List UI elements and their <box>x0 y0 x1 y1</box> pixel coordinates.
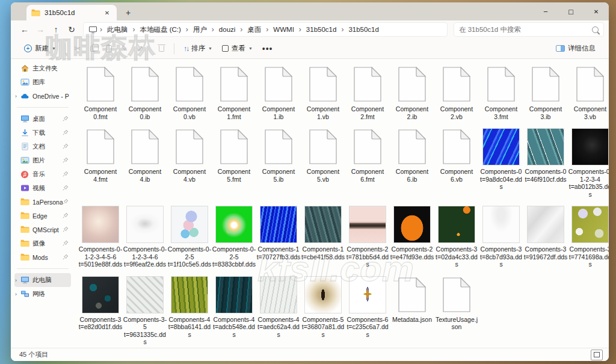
file-item[interactable]: Components-4 t=adcb548e.dds <box>212 276 256 339</box>
sidebar-item-此电脑[interactable]: ›此电脑 <box>14 273 71 287</box>
sidebar-item-音乐[interactable]: 音乐 <box>14 167 71 181</box>
file-item[interactable]: Metadata.json <box>390 276 434 324</box>
file-item[interactable]: Components-0-2-5 t=1f10c5e5.dds <box>167 205 212 268</box>
file-item[interactable]: Components-0-1-2-3-4-5-6 t=5019e88f.dds <box>78 205 123 268</box>
delete-button[interactable] <box>154 42 170 56</box>
file-item[interactable]: Components-3 t=e82d0d1f.dds <box>78 276 123 331</box>
pin-icon[interactable] <box>63 171 69 178</box>
back-button[interactable]: ← <box>17 22 32 37</box>
file-item[interactable]: Component 3.ib <box>523 65 568 120</box>
search-input[interactable] <box>459 26 592 33</box>
file-item[interactable]: Components-3-5 t=9631335c.dds <box>123 276 167 346</box>
file-item[interactable]: Components-3 t=919672df.dds <box>523 205 568 261</box>
address-bar[interactable]: › 此电脑›本地磁盘 (C:)›用户›douzi›桌面›WWMI›31b50c1… <box>83 22 448 37</box>
share-button[interactable]: ↗ <box>132 42 148 56</box>
file-item[interactable]: Components-3 t=8cb7d93a.dds <box>479 205 523 268</box>
breadcrumb-item[interactable]: 31b50c1d <box>303 25 340 34</box>
file-item[interactable]: Component 1.vb <box>301 65 345 120</box>
file-item[interactable]: Components-4 t=aedc62a4.dds <box>256 276 301 339</box>
file-item[interactable]: Component 0.ib <box>123 65 167 120</box>
sidebar-item-摄像[interactable]: 摄像 <box>14 236 71 250</box>
sidebar-item-Edge[interactable]: Edge <box>14 209 71 223</box>
file-item[interactable]: Component 3.vb <box>568 65 609 120</box>
sidebar-item-1aPersonal-do[interactable]: 1aPersonal-do <box>14 195 71 209</box>
details-pane-button[interactable]: 详细信息 <box>551 41 600 56</box>
cut-button[interactable]: ✂ <box>70 42 85 56</box>
new-button[interactable]: + 新建 ▼ <box>19 41 61 56</box>
sidebar-item-下载[interactable]: 下载 <box>14 126 71 140</box>
file-item[interactable]: Component 4.ib <box>123 128 167 183</box>
file-item[interactable]: Component 6.fmt <box>345 128 390 183</box>
file-item[interactable]: Components-3 t=02da4c33.dds <box>434 205 479 268</box>
sidebar-item-视频[interactable]: 视频 <box>14 181 71 195</box>
file-item[interactable]: Component 2.fmt <box>345 65 390 120</box>
file-item[interactable]: Components-6 t=c235c6a7.dds <box>345 276 390 339</box>
file-item[interactable]: Components-0 t=9a8dc04e.dds <box>479 128 523 191</box>
pin-icon[interactable] <box>63 157 69 164</box>
file-item[interactable]: Components-5 t=36807a81.dds <box>301 276 345 339</box>
sidebar-item-主文件夹[interactable]: 主文件夹 <box>14 61 71 75</box>
sidebar-item-QMScript[interactable]: QMScript <box>14 223 71 236</box>
copy-button[interactable] <box>85 42 101 56</box>
sidebar-item-Mods[interactable]: Mods <box>14 250 71 264</box>
file-item[interactable]: Component 6.ib <box>390 128 434 183</box>
expand-chevron-icon[interactable]: › <box>15 291 20 297</box>
pin-icon[interactable] <box>63 116 69 123</box>
sort-button[interactable]: ↑↓ 排序 ▼ <box>179 41 217 56</box>
file-item[interactable]: Components-0 t=46f910cf.dds <box>523 128 568 183</box>
refresh-button[interactable]: ↻ <box>64 22 79 37</box>
file-item[interactable]: Component 5.ib <box>256 128 301 183</box>
sidebar-item-图片[interactable]: 图片 <box>14 153 71 167</box>
minimize-button[interactable]: ─ <box>533 2 558 20</box>
file-item[interactable]: Components-2 t=781bb5d4.dds <box>345 205 390 268</box>
pin-icon[interactable] <box>63 212 69 220</box>
file-item[interactable]: Component 0.fmt <box>78 65 123 120</box>
file-item[interactable]: Components-0-2-5 t=8383cbbf.dds <box>212 205 256 268</box>
explorer-tab[interactable]: 31b50c1d ✕ <box>26 5 117 20</box>
file-item[interactable]: Component 5.vb <box>301 128 345 183</box>
pin-icon[interactable] <box>63 199 69 206</box>
pin-icon[interactable] <box>63 254 69 261</box>
sidebar-item-网络[interactable]: ›网络 <box>14 287 71 301</box>
file-item[interactable]: Component 2.ib <box>390 65 434 120</box>
file-item[interactable]: Component 0.vb <box>167 65 212 120</box>
file-item[interactable]: Component 6.vb <box>434 128 479 183</box>
more-options-button[interactable]: ••• <box>257 41 278 57</box>
new-tab-button[interactable]: + <box>120 5 136 20</box>
maximize-button[interactable]: □ <box>558 2 584 20</box>
file-item[interactable]: Components-4 t=8bba6141.dds <box>167 276 212 339</box>
sidebar-item-文档[interactable]: 文档 <box>14 140 71 153</box>
list-view-toggle[interactable] <box>585 353 588 357</box>
file-item[interactable]: Components-1 t=cbe41f58.dds <box>301 205 345 261</box>
file-item[interactable]: Component 3.fmt <box>479 65 523 120</box>
file-item[interactable]: TextureUsage.json <box>434 276 479 331</box>
up-button[interactable]: ↑ <box>48 22 64 37</box>
tab-close-icon[interactable]: ✕ <box>102 8 112 17</box>
breadcrumb-item[interactable]: 本地磁盘 (C:) <box>137 24 185 35</box>
forward-button[interactable]: → <box>32 22 48 37</box>
sidebar-item-桌面[interactable]: 桌面 <box>14 112 71 126</box>
breadcrumb-item[interactable]: WWMI <box>270 25 297 34</box>
file-item[interactable]: Component 2.vb <box>434 65 479 120</box>
file-item[interactable]: Component 4.vb <box>167 128 212 183</box>
thumbnail-view-toggle[interactable] <box>591 350 603 360</box>
sidebar-item-OneDrive - Perso[interactable]: ›OneDrive - Perso <box>14 89 71 103</box>
pin-icon[interactable] <box>63 143 69 150</box>
file-item[interactable]: Component 1.ib <box>256 65 301 120</box>
pin-icon[interactable] <box>63 240 69 247</box>
file-item[interactable]: Components-0-1-2-3-4 t=ab012b35.dds <box>568 128 609 198</box>
expand-chevron-icon[interactable]: › <box>15 277 20 283</box>
sidebar-item-图库[interactable]: 图库 <box>14 75 71 89</box>
file-item[interactable]: Component 5.fmt <box>212 128 256 183</box>
breadcrumb-item[interactable]: 桌面 <box>244 24 265 35</box>
pin-icon[interactable] <box>63 129 69 137</box>
file-item[interactable]: Components-1 t=70727fb3.dds <box>256 205 301 261</box>
paste-button[interactable] <box>101 42 117 56</box>
search-box[interactable] <box>454 22 604 37</box>
expand-chevron-icon[interactable]: › <box>15 93 20 99</box>
breadcrumb-item[interactable]: 用户 <box>189 24 211 35</box>
breadcrumb-item[interactable]: 31b50c1d <box>345 25 383 34</box>
breadcrumb-item[interactable]: douzi <box>215 25 239 34</box>
file-item[interactable]: Component 1.fmt <box>212 65 256 120</box>
file-item[interactable]: Components-3 t=7741698a.dds <box>568 205 609 268</box>
